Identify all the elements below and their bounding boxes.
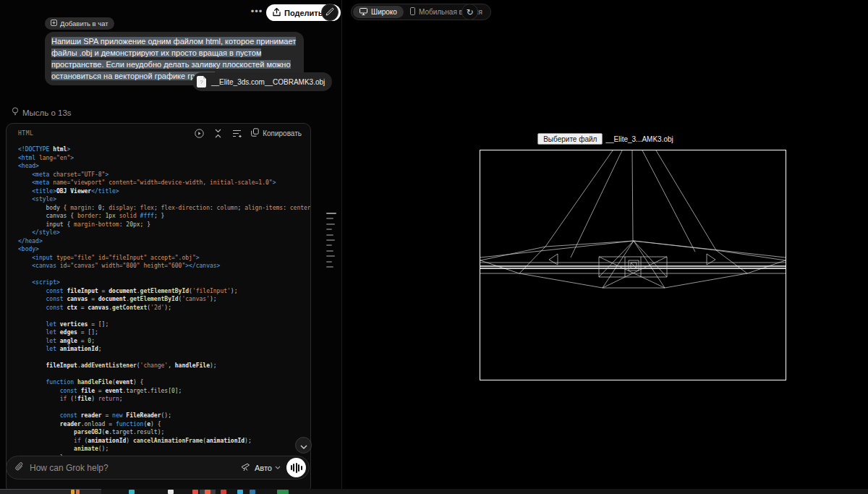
add-to-chat-icon <box>51 20 57 27</box>
preview-panel: Широко Мобильная версия ↻ Выберите файл … <box>341 0 868 489</box>
more-options-button[interactable]: ••• <box>250 6 263 19</box>
taskbar-app-icon-11[interactable] <box>277 490 289 494</box>
wrap-lines-icon[interactable] <box>232 129 242 138</box>
taskbar-app-icon-4[interactable] <box>168 490 174 494</box>
model-mode-selector[interactable]: Авто <box>255 464 281 472</box>
thought-label: Мысль о 13s <box>22 108 72 117</box>
mode-label: Авто <box>255 464 272 472</box>
obj-viewer-canvas[interactable] <box>480 150 786 380</box>
taskbar-app-icon-7[interactable] <box>205 490 210 494</box>
scroll-position-indicator[interactable] <box>326 213 338 271</box>
scroll-to-bottom-button[interactable] <box>295 437 312 453</box>
obj-file-input: Выберите файл __Elite_3...AMK3.obj <box>342 133 868 145</box>
attachment-chip[interactable]: ? __Elite_3ds.com__COBRAMK3.obj <box>192 72 332 91</box>
edit-pencil-icon <box>326 6 334 19</box>
code-block-header: HTML Копировать <box>7 124 310 142</box>
telescope-icon[interactable] <box>241 461 250 474</box>
choose-file-button[interactable]: Выберите файл <box>537 133 603 145</box>
message-composer: Авто <box>6 456 310 480</box>
grok-app-window: ••• Поделиться Добавить в чат Напиши SPA… <box>0 0 868 494</box>
copy-code-button[interactable]: Копировать <box>251 128 302 138</box>
collapse-code-icon[interactable] <box>213 129 223 138</box>
code-block: HTML Копировать <box>6 123 311 494</box>
taskbar-app-icon-5[interactable] <box>192 490 198 494</box>
run-code-icon[interactable] <box>195 129 204 138</box>
chevron-down-icon <box>300 439 307 452</box>
copy-icon <box>251 128 259 138</box>
phone-icon <box>410 7 415 17</box>
refresh-preview-button[interactable]: ↻ <box>461 4 478 20</box>
attachment-filename: __Elite_3ds.com__COBRAMK3.obj <box>211 78 325 86</box>
share-icon <box>273 8 281 18</box>
monitor-icon <box>359 8 367 17</box>
taskbar-app-icon-10[interactable] <box>250 490 255 494</box>
add-to-chat-button[interactable]: Добавить в чат <box>45 17 114 30</box>
lightbulb-icon <box>12 107 19 118</box>
tab-wide-label: Широко <box>371 8 397 16</box>
code-language-label: HTML <box>18 130 33 137</box>
voice-mode-button[interactable] <box>286 458 306 477</box>
add-to-chat-label: Добавить в чат <box>60 20 109 27</box>
wireframe-model <box>480 150 786 380</box>
taskbar-app-icon-3[interactable] <box>129 490 135 494</box>
taskbar-app-icon-2[interactable] <box>76 490 80 494</box>
taskbar-active-window[interactable] <box>0 489 101 494</box>
chat-panel: ••• Поделиться Добавить в чат Напиши SPA… <box>0 0 341 489</box>
code-content[interactable]: <!DOCTYPE html><html lang="en"><head> <m… <box>7 142 310 470</box>
taskbar-app-icon-9[interactable] <box>237 490 243 494</box>
taskbar-app-icon-1[interactable] <box>71 490 75 494</box>
chosen-file-name: __Elite_3...AMK3.obj <box>605 135 673 143</box>
tab-wide-view[interactable]: Широко <box>353 6 404 18</box>
chevron-down-icon <box>275 466 281 469</box>
attach-file-icon[interactable] <box>15 461 24 474</box>
thought-duration-toggle[interactable]: Мысль о 13s <box>12 107 72 118</box>
taskbar-app-icon-8[interactable] <box>221 490 226 494</box>
chat-input[interactable] <box>30 463 241 473</box>
new-chat-button[interactable] <box>321 4 339 21</box>
copy-code-label: Копировать <box>263 129 302 137</box>
os-taskbar[interactable] <box>0 489 868 494</box>
file-icon: ? <box>197 76 206 88</box>
